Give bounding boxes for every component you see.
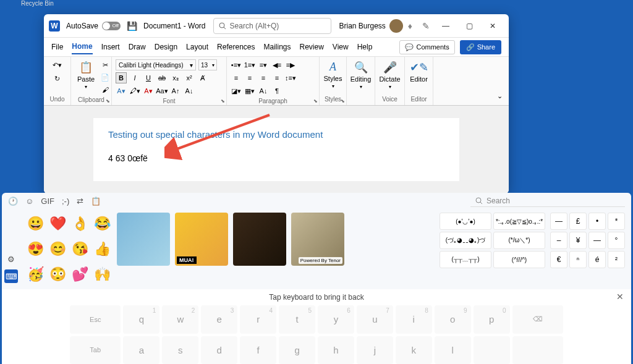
key-blank[interactable] bbox=[474, 336, 510, 365]
gif-item[interactable]: So Excited– GIF Powered By Tenor bbox=[291, 213, 344, 266]
align-right-button[interactable]: ≡ bbox=[258, 72, 269, 83]
gif-item[interactable] bbox=[233, 213, 286, 266]
styles-button[interactable]: A Styles▾ bbox=[323, 59, 342, 90]
kaomoji-item[interactable]: (●'◡'●) bbox=[440, 213, 491, 230]
change-case-button[interactable]: Aa▾ bbox=[156, 85, 168, 96]
key-p[interactable]: 0p bbox=[474, 305, 510, 334]
maximize-button[interactable]: ▢ bbox=[458, 17, 480, 35]
symbol-item[interactable]: é bbox=[588, 251, 606, 268]
symbol-item[interactable]: — bbox=[588, 232, 606, 249]
emoji-item[interactable]: 🙌 bbox=[92, 263, 112, 286]
ime-tab-kaomoji-icon[interactable]: ;-) bbox=[62, 197, 69, 206]
symbol-item[interactable]: • bbox=[588, 213, 606, 230]
inc-indent-button[interactable]: ≡▶ bbox=[285, 59, 296, 70]
close-button[interactable]: ✕ bbox=[482, 17, 504, 35]
sort-button[interactable]: A↓ bbox=[258, 85, 269, 96]
clipboard-launcher[interactable]: ⬊ bbox=[106, 98, 110, 104]
undo-button[interactable]: ↶▾ bbox=[52, 59, 63, 70]
symbol-item[interactable]: ⁿ bbox=[569, 251, 587, 268]
key-s[interactable]: s bbox=[162, 336, 198, 365]
tab-insert[interactable]: Insert bbox=[101, 40, 120, 54]
ime-tab-emoji-icon[interactable]: ☺ bbox=[25, 197, 33, 206]
key-f[interactable]: f bbox=[240, 336, 276, 365]
symbol-item[interactable]: * bbox=[608, 213, 625, 230]
collapse-ribbon-button[interactable]: ⌄ bbox=[494, 90, 505, 101]
tab-layout[interactable]: Layout bbox=[186, 40, 208, 54]
gif-item[interactable] bbox=[117, 213, 170, 266]
grow-font-button[interactable]: A↑ bbox=[170, 85, 181, 96]
emoji-item[interactable]: 😀 bbox=[25, 213, 45, 235]
justify-button[interactable]: ≡ bbox=[271, 72, 283, 83]
emoji-item[interactable]: ❤️ bbox=[48, 213, 67, 235]
paragraph-launcher[interactable]: ⬊ bbox=[313, 98, 318, 104]
cut-button[interactable]: ✂ bbox=[100, 59, 111, 70]
emoji-item[interactable]: 😊 bbox=[48, 238, 67, 261]
key-o[interactable]: 9o bbox=[435, 305, 471, 334]
text-effects-button[interactable]: A▾ bbox=[116, 85, 127, 96]
dictate-button[interactable]: 🎤Dictate▾ bbox=[379, 59, 401, 91]
key-u[interactable]: 7u bbox=[357, 305, 393, 334]
shading-button[interactable]: ◪▾ bbox=[231, 85, 242, 96]
key-d[interactable]: d bbox=[201, 336, 237, 365]
document-area[interactable]: Testing out special characters in my Wor… bbox=[44, 106, 509, 193]
user-account[interactable]: Brian Burgess bbox=[339, 19, 402, 33]
kaomoji-item[interactable]: *:.｡.o(≧▽≦)o.｡.:* bbox=[493, 213, 545, 230]
font-launcher[interactable]: ⬊ bbox=[221, 98, 225, 104]
key-esc[interactable]: Esc bbox=[70, 305, 121, 334]
ime-tab-gif-icon[interactable]: GIF bbox=[41, 197, 54, 206]
doc-heading[interactable]: Testing out special characters in my Wor… bbox=[108, 129, 444, 140]
paste-button[interactable]: 📋Paste▾ bbox=[75, 59, 97, 91]
styles-launcher[interactable]: ⬊ bbox=[341, 98, 345, 104]
multilevel-button[interactable]: ≡▾ bbox=[258, 59, 269, 70]
numbering-button[interactable]: 1≡▾ bbox=[244, 59, 255, 70]
format-painter-button[interactable]: 🖌 bbox=[100, 84, 111, 95]
key-k[interactable]: k bbox=[396, 336, 432, 365]
emoji-item[interactable]: 😂 bbox=[92, 213, 112, 235]
tab-review[interactable]: Review bbox=[300, 40, 324, 54]
key-g[interactable]: g bbox=[279, 336, 315, 365]
pen-icon[interactable]: ✎ bbox=[422, 21, 430, 31]
search-input[interactable]: Search (Alt+Q) bbox=[213, 18, 332, 34]
recycle-bin-icon[interactable]: Recycle Bin bbox=[21, 0, 54, 7]
align-center-button[interactable]: ≡ bbox=[244, 72, 255, 83]
superscript-button[interactable]: x² bbox=[184, 72, 195, 83]
doc-body-text[interactable]: 4 63 0œfë bbox=[108, 153, 444, 163]
emoji-item[interactable]: 😘 bbox=[70, 238, 90, 261]
key-e[interactable]: 3e bbox=[201, 305, 237, 334]
comments-button[interactable]: 💬 Comments bbox=[399, 40, 454, 54]
bold-button[interactable]: B bbox=[116, 72, 127, 83]
autosave-toggle[interactable]: AutoSave Off bbox=[66, 22, 121, 30]
symbol-item[interactable]: — bbox=[550, 213, 567, 230]
kaomoji-item[interactable]: (*/ω＼*) bbox=[493, 232, 545, 249]
key-tab[interactable]: Tab bbox=[70, 336, 121, 365]
symbol-item[interactable]: ° bbox=[608, 232, 625, 249]
copy-button[interactable]: 📄 bbox=[100, 72, 111, 83]
document-title[interactable]: Document1 - Word bbox=[143, 22, 205, 30]
key-enter[interactable] bbox=[512, 336, 563, 365]
editing-button[interactable]: 🔍Editing▾ bbox=[350, 59, 371, 91]
editor-button[interactable]: ✔✎Editor bbox=[409, 59, 429, 84]
key-w[interactable]: 2w bbox=[162, 305, 198, 334]
ime-keyboard-button[interactable]: ⌨ bbox=[4, 269, 18, 283]
underline-button[interactable]: U bbox=[143, 72, 154, 83]
tab-references[interactable]: References bbox=[217, 40, 255, 54]
tab-file[interactable]: File bbox=[51, 40, 63, 54]
share-button[interactable]: 🔗 Share bbox=[460, 40, 501, 54]
diamond-icon[interactable]: ♦ bbox=[408, 21, 412, 31]
minimize-button[interactable]: — bbox=[435, 17, 457, 35]
font-select[interactable]: Calibri Light (Headings)▾ bbox=[116, 59, 196, 70]
key-j[interactable]: j bbox=[357, 336, 393, 365]
key-t[interactable]: 5t bbox=[279, 305, 315, 334]
osk-hint[interactable]: Tap keyboard to bring it back ✕ bbox=[2, 289, 631, 305]
kaomoji-item[interactable]: (づ｡◕‿‿◕｡)づ bbox=[440, 232, 491, 249]
tab-design[interactable]: Design bbox=[155, 40, 177, 54]
key-backspace[interactable]: ⌫ bbox=[512, 305, 563, 334]
ime-settings-button[interactable]: ⚙ bbox=[4, 252, 18, 266]
font-color-button[interactable]: A▾ bbox=[143, 85, 154, 96]
dec-indent-button[interactable]: ◀≡ bbox=[271, 59, 283, 70]
borders-button[interactable]: ▦▾ bbox=[244, 85, 255, 96]
symbol-item[interactable]: € bbox=[550, 251, 567, 268]
strike-button[interactable]: ab bbox=[156, 72, 168, 83]
tab-view[interactable]: View bbox=[333, 40, 349, 54]
emoji-item[interactable]: 😍 bbox=[25, 238, 45, 261]
